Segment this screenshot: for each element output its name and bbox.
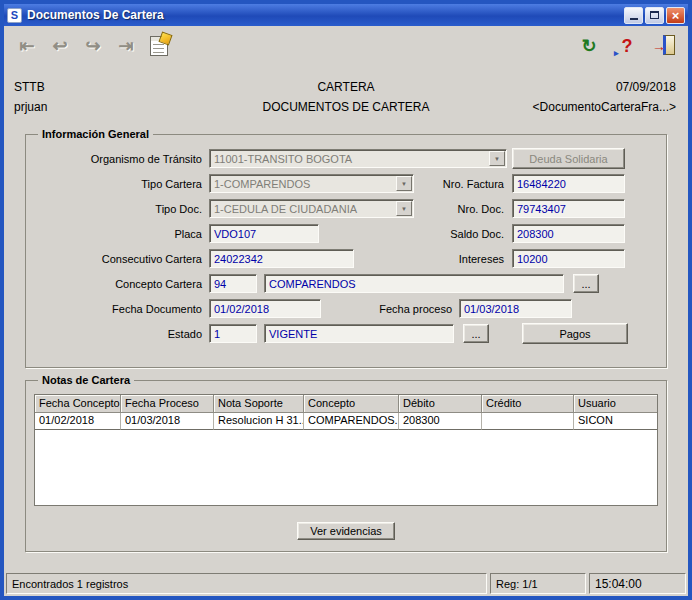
consecutivo-field[interactable]: 24022342 — [209, 249, 354, 268]
notas-de-cartera-group: Notas de Cartera Fecha Concepto Fecha Pr… — [25, 374, 667, 552]
informacion-general-title: Información General — [38, 128, 153, 140]
fecha-proceso-label: Fecha proceso — [352, 303, 452, 315]
form-icon[interactable] — [146, 33, 172, 59]
ver-evidencias-button[interactable]: Ver evidencias — [297, 522, 395, 540]
column-header[interactable]: Nota Soporte — [214, 395, 304, 413]
maximize-icon — [650, 11, 659, 19]
form-header: STTB CARTERA 07/09/2018 prjuan DOCUMENTO… — [4, 66, 688, 122]
cell-fecha-proceso[interactable]: 01/03/2018 — [121, 413, 214, 430]
exit-icon[interactable]: → — [652, 34, 678, 58]
informacion-general-group: Información General Organismo de Tránsit… — [25, 128, 667, 368]
column-header[interactable]: Concepto — [304, 395, 399, 413]
exit-arrow-icon: → — [652, 39, 666, 53]
app-icon-letter: S — [11, 10, 18, 21]
row-fechas: Fecha Documento 01/02/2018 Fecha proceso… — [34, 296, 658, 321]
row-estado: Estado 1 VIGENTE ... Pagos — [34, 321, 658, 346]
cell-debito[interactable]: 208300 — [399, 413, 482, 430]
tipo-cartera-value: 1-COMPARENDOS — [214, 178, 310, 190]
nro-factura-field[interactable]: 16484220 — [512, 174, 625, 193]
tipo-doc-value: 1-CEDULA DE CIUDADANIA — [214, 203, 357, 215]
minimize-button[interactable] — [624, 7, 643, 24]
nro-factura-label: Nro. Factura — [386, 178, 504, 190]
notas-de-cartera-title: Notas de Cartera — [38, 374, 134, 386]
estado-label: Estado — [34, 328, 202, 340]
nro-doc-field[interactable]: 79743407 — [512, 199, 625, 218]
intereses-field[interactable]: 10200 — [512, 249, 625, 268]
organismo-label: Organismo de Tránsito — [34, 153, 202, 165]
toolbar: ⇤ ↩ ↪ ⇥ ↻ ? → — [4, 26, 688, 66]
cell-usuario[interactable]: SICON — [574, 413, 657, 430]
tipo-doc-dropdown: 1-CEDULA DE CIUDADANIA ▼ — [209, 199, 414, 218]
column-header[interactable]: Fecha Proceso — [121, 395, 214, 413]
estado-lov-button[interactable]: ... — [463, 324, 489, 343]
row-tipo-doc: Tipo Doc. 1-CEDULA DE CIUDADANIA ▼ Nro. … — [34, 196, 658, 221]
cell-nota-soporte[interactable]: Resolucion H 31... — [214, 413, 304, 430]
close-icon: × — [672, 9, 680, 22]
row-placa: Placa VDO107 Saldo Doc. 208300 — [34, 221, 658, 246]
saldo-doc-label: Saldo Doc. — [386, 228, 504, 240]
header-date: 07/09/2018 — [616, 80, 676, 94]
title-bar: S Documentos De Cartera × — [4, 4, 688, 26]
form-reference: <DocumentoCarteraFra...> — [533, 100, 676, 114]
next-record-icon[interactable]: ↪ — [80, 33, 106, 59]
minimize-icon — [630, 18, 638, 20]
last-record-icon[interactable]: ⇥ — [113, 33, 139, 59]
fecha-documento-label: Fecha Documento — [34, 303, 202, 315]
row-organismo: Organismo de Tránsito 11001-TRANSITO BOG… — [34, 146, 658, 171]
module-title: CARTERA — [14, 80, 678, 94]
table-row[interactable]: 01/02/2018 01/03/2018 Resolucion H 31...… — [35, 413, 657, 430]
concepto-desc-field[interactable]: COMPARENDOS — [264, 274, 564, 293]
deuda-solidaria-button: Deuda Solidaria — [512, 148, 625, 169]
placa-label: Placa — [34, 228, 202, 240]
consecutivo-label: Consecutivo Cartera — [34, 253, 202, 265]
chevron-down-icon: ▼ — [489, 151, 505, 166]
maximize-button[interactable] — [645, 7, 664, 24]
window-title: Documentos De Cartera — [27, 8, 617, 22]
row-tipo-cartera: Tipo Cartera 1-COMPARENDOS ▼ Nro. Factur… — [34, 171, 658, 196]
estado-code-field[interactable]: 1 — [209, 324, 257, 343]
column-header[interactable]: Usuario — [574, 395, 657, 413]
notas-actions: Ver evidencias — [34, 522, 658, 540]
notas-table: Fecha Concepto Fecha Proceso Nota Soport… — [34, 394, 658, 506]
row-concepto: Concepto Cartera 94 COMPARENDOS ... — [34, 271, 658, 296]
app-icon: S — [7, 8, 22, 23]
placa-field[interactable]: VDO107 — [209, 224, 319, 243]
form-sheet-icon — [150, 36, 168, 56]
pagos-button[interactable]: Pagos — [522, 323, 628, 344]
row-consecutivo: Consecutivo Cartera 24022342 Intereses 1… — [34, 246, 658, 271]
column-header[interactable]: Crédito — [482, 395, 574, 413]
concepto-label: Concepto Cartera — [34, 278, 202, 290]
organismo-value: 11001-TRANSITO BOGOTA — [214, 153, 352, 165]
cell-concepto[interactable]: COMPARENDOS... — [304, 413, 399, 430]
status-bar: Encontrados 1 registros Reg: 1/1 15:04:0… — [6, 573, 686, 594]
tipo-cartera-label: Tipo Cartera — [34, 178, 202, 190]
cell-fecha-concepto[interactable]: 01/02/2018 — [35, 413, 121, 430]
clock: 15:04:00 — [589, 573, 686, 594]
fecha-proceso-field[interactable]: 01/03/2018 — [459, 299, 572, 318]
toolbar-action-group: ↻ ? → — [576, 33, 678, 59]
status-message: Encontrados 1 registros — [6, 573, 487, 594]
fecha-documento-field[interactable]: 01/02/2018 — [209, 299, 321, 318]
refresh-icon[interactable]: ↻ — [576, 33, 602, 59]
concepto-lov-button[interactable]: ... — [573, 274, 599, 293]
cell-credito[interactable] — [482, 413, 574, 430]
estado-desc-field[interactable]: VIGENTE — [264, 324, 454, 343]
intereses-label: Intereses — [386, 253, 504, 265]
tipo-doc-label: Tipo Doc. — [34, 203, 202, 215]
first-record-icon[interactable]: ⇤ — [14, 33, 40, 59]
notas-table-header: Fecha Concepto Fecha Proceso Nota Soport… — [35, 395, 657, 413]
tipo-cartera-dropdown: 1-COMPARENDOS ▼ — [209, 174, 414, 193]
column-header[interactable]: Fecha Concepto — [35, 395, 121, 413]
help-icon[interactable]: ? — [614, 33, 640, 59]
app-window: S Documentos De Cartera × ⇤ ↩ ↪ ⇥ ↻ ? → … — [0, 0, 692, 600]
nro-doc-label: Nro. Doc. — [386, 203, 504, 215]
previous-record-icon[interactable]: ↩ — [47, 33, 73, 59]
organismo-dropdown: 11001-TRANSITO BOGOTA ▼ — [209, 149, 507, 168]
window-controls: × — [622, 7, 685, 24]
concepto-code-field[interactable]: 94 — [209, 274, 257, 293]
toolbar-nav-group: ⇤ ↩ ↪ ⇥ — [14, 33, 172, 59]
column-header[interactable]: Débito — [399, 395, 482, 413]
record-indicator: Reg: 1/1 — [490, 573, 586, 594]
saldo-doc-field[interactable]: 208300 — [512, 224, 625, 243]
close-button[interactable]: × — [666, 7, 685, 24]
